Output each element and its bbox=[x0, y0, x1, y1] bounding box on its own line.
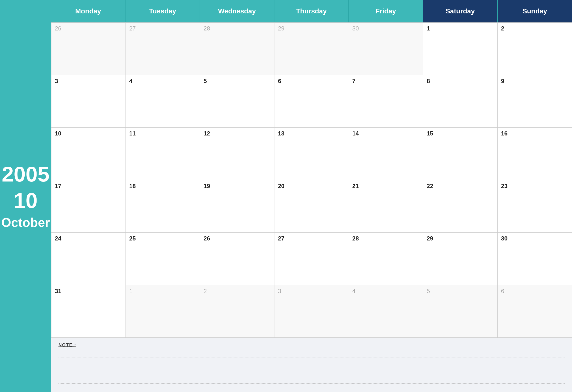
day-number: 9 bbox=[501, 78, 568, 85]
header-sunday: Sunday bbox=[498, 0, 572, 22]
day-cell[interactable]: 28 bbox=[349, 233, 423, 285]
day-cell[interactable]: 1 bbox=[423, 23, 498, 75]
day-cell[interactable]: 11 bbox=[126, 128, 200, 180]
day-cell[interactable]: 25 bbox=[126, 233, 200, 285]
day-number: 1 bbox=[129, 288, 196, 295]
day-cell[interactable]: 14 bbox=[349, 128, 423, 180]
day-cell[interactable]: 3 bbox=[274, 285, 349, 338]
day-cell[interactable]: 2 bbox=[200, 285, 274, 338]
sidebar: 2005 10 October bbox=[0, 0, 51, 392]
day-cell[interactable]: 8 bbox=[423, 75, 498, 128]
day-cell[interactable]: 6 bbox=[498, 285, 572, 338]
day-number: 22 bbox=[427, 183, 494, 189]
day-cell[interactable]: 27 bbox=[126, 23, 200, 75]
header-wednesday: Wednesday bbox=[200, 0, 274, 22]
day-number: 30 bbox=[352, 25, 420, 32]
day-number: 2 bbox=[501, 25, 568, 32]
day-number: 11 bbox=[129, 130, 196, 137]
day-cell[interactable]: 4 bbox=[349, 285, 423, 338]
day-cell[interactable]: 12 bbox=[200, 128, 274, 180]
day-number: 26 bbox=[204, 235, 271, 242]
day-number: 12 bbox=[204, 130, 271, 137]
day-cell[interactable]: 30 bbox=[498, 233, 572, 285]
day-cell[interactable]: 10 bbox=[51, 128, 126, 180]
day-number: 4 bbox=[129, 78, 196, 85]
note-line-4 bbox=[59, 376, 565, 384]
header-thursday: Thursday bbox=[274, 0, 349, 22]
day-number: 26 bbox=[55, 25, 122, 32]
note-label: NOTE : bbox=[59, 343, 565, 348]
day-cell[interactable]: 23 bbox=[498, 180, 572, 233]
day-number: 8 bbox=[427, 78, 494, 85]
day-cell[interactable]: 2 bbox=[498, 23, 572, 75]
day-cell[interactable]: 15 bbox=[423, 128, 498, 180]
day-number: 27 bbox=[129, 25, 196, 32]
day-cell[interactable]: 27 bbox=[274, 233, 349, 285]
day-cell[interactable]: 4 bbox=[126, 75, 200, 128]
day-number: 20 bbox=[278, 183, 345, 189]
day-number: 17 bbox=[55, 183, 122, 189]
note-line-3 bbox=[59, 367, 565, 375]
day-number: 3 bbox=[278, 288, 345, 295]
header-saturday: Saturday bbox=[423, 0, 497, 22]
day-number: 6 bbox=[501, 288, 568, 295]
day-cell[interactable]: 19 bbox=[200, 180, 274, 233]
day-number: 24 bbox=[55, 235, 122, 242]
day-number: 18 bbox=[129, 183, 196, 189]
day-number: 15 bbox=[427, 130, 494, 137]
day-number: 16 bbox=[501, 130, 568, 137]
day-cell[interactable]: 6 bbox=[274, 75, 349, 128]
day-number: 19 bbox=[204, 183, 271, 189]
note-line-1 bbox=[59, 350, 565, 357]
day-cell[interactable]: 26 bbox=[200, 233, 274, 285]
day-cell[interactable]: 21 bbox=[349, 180, 423, 233]
day-number: 31 bbox=[55, 288, 122, 295]
day-number: 1 bbox=[427, 25, 494, 32]
day-cell[interactable]: 22 bbox=[423, 180, 498, 233]
day-cell[interactable]: 3 bbox=[51, 75, 126, 128]
day-cell[interactable]: 28 bbox=[200, 23, 274, 75]
day-number: 27 bbox=[278, 235, 345, 242]
calendar-header: Monday Tuesday Wednesday Thursday Friday… bbox=[51, 0, 572, 22]
day-number: 13 bbox=[278, 130, 345, 137]
day-number: 10 bbox=[55, 130, 122, 137]
note-line-2 bbox=[59, 358, 565, 366]
day-cell[interactable]: 18 bbox=[126, 180, 200, 233]
day-cell[interactable]: 5 bbox=[200, 75, 274, 128]
year-label: 2005 bbox=[2, 163, 49, 185]
day-cell[interactable]: 9 bbox=[498, 75, 572, 128]
day-number: 28 bbox=[204, 25, 271, 32]
day-cell[interactable]: 1 bbox=[126, 285, 200, 338]
day-cell[interactable]: 7 bbox=[349, 75, 423, 128]
day-cell[interactable]: 30 bbox=[349, 23, 423, 75]
day-cell[interactable]: 17 bbox=[51, 180, 126, 233]
month-number-label: 10 bbox=[14, 190, 37, 211]
header-monday: Monday bbox=[51, 0, 126, 22]
day-cell[interactable]: 29 bbox=[274, 23, 349, 75]
day-cell[interactable]: 20 bbox=[274, 180, 349, 233]
day-number: 29 bbox=[427, 235, 494, 242]
calendar-page: 2005 10 October Monday Tuesday Wednesday… bbox=[0, 0, 572, 392]
day-number: 28 bbox=[352, 235, 420, 242]
day-number: 14 bbox=[352, 130, 420, 137]
day-number: 6 bbox=[278, 78, 345, 85]
day-number: 5 bbox=[427, 288, 494, 295]
day-cell[interactable]: 16 bbox=[498, 128, 572, 180]
calendar-area: Monday Tuesday Wednesday Thursday Friday… bbox=[51, 0, 572, 392]
day-number: 23 bbox=[501, 183, 568, 189]
day-cell[interactable]: 24 bbox=[51, 233, 126, 285]
day-number: 7 bbox=[352, 78, 420, 85]
day-number: 30 bbox=[501, 235, 568, 242]
day-cell[interactable]: 29 bbox=[423, 233, 498, 285]
day-cell[interactable]: 31 bbox=[51, 285, 126, 338]
day-number: 2 bbox=[204, 288, 271, 295]
day-number: 5 bbox=[204, 78, 271, 85]
day-cell[interactable]: 5 bbox=[423, 285, 498, 338]
calendar-grid: 2627282930123456789101112131415161718192… bbox=[51, 22, 572, 338]
day-number: 25 bbox=[129, 235, 196, 242]
day-cell[interactable]: 13 bbox=[274, 128, 349, 180]
day-number: 3 bbox=[55, 78, 122, 85]
day-number: 4 bbox=[352, 288, 420, 295]
month-name-label: October bbox=[1, 216, 50, 229]
day-cell[interactable]: 26 bbox=[51, 23, 126, 75]
